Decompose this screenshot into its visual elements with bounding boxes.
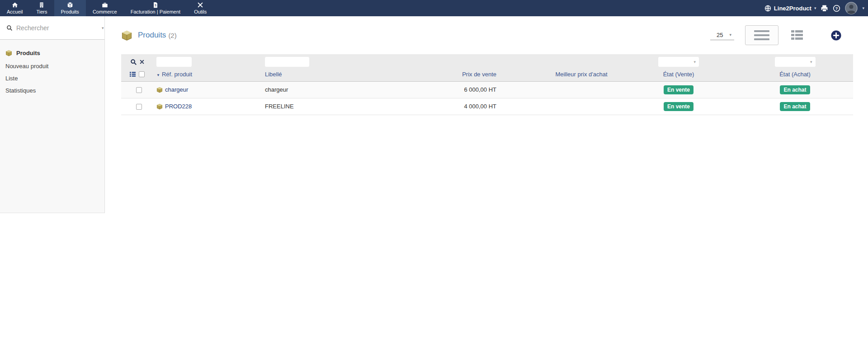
search-icon <box>6 25 13 31</box>
sidebar-section-produits: Produits <box>0 40 104 60</box>
column-header-status-buy[interactable]: État (Achat) <box>722 68 853 81</box>
sidebar: ▾ Produits Nouveau produit Liste Statist… <box>0 16 105 213</box>
product-box-icon <box>156 87 163 93</box>
cell-label: chargeur <box>265 81 410 98</box>
cell-best-buy-price <box>500 98 636 115</box>
filter-ref-input[interactable] <box>156 57 192 67</box>
filter-search-icon[interactable] <box>130 59 137 65</box>
topnav-item-tiers[interactable]: Tiers <box>29 0 54 16</box>
page-size-value: 25 <box>717 32 723 38</box>
add-product-button[interactable] <box>831 30 841 41</box>
search-input[interactable] <box>16 24 98 32</box>
topnav-item-commerce[interactable]: Commerce <box>86 0 124 16</box>
topnav-item-accueil[interactable]: Accueil <box>0 0 29 16</box>
filter-label-input[interactable] <box>265 57 309 67</box>
topnav-item-produits[interactable]: Produits <box>54 0 86 16</box>
column-header-status-sale[interactable]: État (Vente) <box>636 68 722 81</box>
title-controls: 25 ▾ <box>710 25 853 45</box>
printer-icon <box>821 5 828 12</box>
status-buy-badge: En achat <box>780 85 810 94</box>
topnav-item-facturation[interactable]: $ Facturation | Paiement <box>124 0 187 16</box>
chevron-down-icon: ▾ <box>729 33 731 37</box>
cell-best-buy-price <box>500 81 636 98</box>
topnav-item-label: Facturation | Paiement <box>131 9 180 14</box>
globe-icon <box>764 5 771 12</box>
product-box-icon <box>156 103 163 110</box>
page-size-select[interactable]: 25 ▾ <box>710 31 734 40</box>
sidebar-section-title: Produits <box>16 50 40 56</box>
sidebar-search: ▾ <box>0 16 104 40</box>
product-ref-link[interactable]: chargeur <box>165 86 188 93</box>
left-column: ▾ Produits Nouveau produit Liste Statist… <box>0 16 105 363</box>
topnav-item-outils[interactable]: Outils <box>187 0 213 16</box>
company-name: Line2Product <box>774 5 811 12</box>
topnav-item-label: Commerce <box>93 9 117 14</box>
help-button[interactable]: ? <box>833 5 840 12</box>
topnav-item-label: Tiers <box>36 9 47 14</box>
column-header-label[interactable]: Libellé <box>265 68 410 81</box>
grid-view-icon <box>791 30 803 40</box>
chevron-down-icon: ▾ <box>814 6 816 10</box>
view-list-button[interactable] <box>745 25 778 45</box>
column-header-ref[interactable]: ▼Réf. produit <box>156 68 265 81</box>
title-bar: Produits (2) 25 ▾ <box>121 25 853 45</box>
svg-text:?: ? <box>835 5 838 10</box>
filter-status-sale-select[interactable]: ▾ <box>658 57 699 67</box>
status-buy-badge: En achat <box>780 102 810 111</box>
filter-status-buy-select[interactable]: ▾ <box>775 57 816 67</box>
filter-clear-icon[interactable] <box>139 59 145 65</box>
top-menu: Accueil Tiers Produits Commerce $ Factur… <box>0 0 213 16</box>
company-menu[interactable]: Line2Product ▾ <box>764 5 816 12</box>
topnav-item-label: Produits <box>61 9 79 14</box>
cell-sell-price: 4 000,00 HT <box>410 98 500 115</box>
briefcase-icon <box>102 1 108 8</box>
list-view-icon <box>754 30 769 41</box>
topnav-item-label: Accueil <box>7 9 23 14</box>
main-content: Produits (2) 25 ▾ <box>105 16 868 363</box>
print-button[interactable] <box>821 5 828 12</box>
status-sale-badge: En vente <box>664 102 693 111</box>
sidebar-item-nouveau-produit[interactable]: Nouveau produit <box>0 60 104 72</box>
table-header-row: ▼Réf. produit Libellé Prix de vente Meil… <box>121 68 853 81</box>
page-count: (2) <box>168 32 176 39</box>
building-icon <box>38 1 45 8</box>
svg-text:$: $ <box>155 4 156 7</box>
sort-desc-icon: ▼ <box>156 73 160 77</box>
table-row: chargeur chargeur 6 000,00 HT En vente E… <box>121 81 853 98</box>
user-avatar[interactable] <box>845 2 858 14</box>
products-table: ▾ ▾ ▼Réf. produit L <box>121 54 853 115</box>
user-menu-caret[interactable]: ▾ <box>862 6 864 10</box>
column-header-sell-price[interactable]: Prix de vente <box>410 68 500 81</box>
select-all-checkbox[interactable] <box>139 71 145 77</box>
top-navbar: Accueil Tiers Produits Commerce $ Factur… <box>0 0 868 16</box>
product-box-icon <box>5 50 12 56</box>
home-icon <box>12 1 18 8</box>
page-title: Produits <box>138 31 166 40</box>
cell-label: FREELINE <box>265 98 410 115</box>
table-row: PROD228 FREELINE 4 000,00 HT En vente En… <box>121 98 853 115</box>
row-checkbox[interactable] <box>136 87 142 93</box>
table-filter-row: ▾ ▾ <box>121 54 853 68</box>
invoice-icon: $ <box>152 1 159 8</box>
sidebar-item-statistiques[interactable]: Statistiques <box>0 84 104 97</box>
help-icon: ? <box>833 5 840 12</box>
topnav-right: Line2Product ▾ ? ▾ <box>764 0 868 16</box>
row-checkbox[interactable] <box>136 104 142 110</box>
column-header-best-buy-price[interactable]: Meilleur prix d'achat <box>500 68 636 81</box>
search-caret-icon[interactable]: ▾ <box>102 26 104 30</box>
cube-icon <box>67 1 73 8</box>
columns-selector-icon[interactable] <box>129 71 136 78</box>
sidebar-item-liste[interactable]: Liste <box>0 72 104 84</box>
topnav-item-label: Outils <box>194 9 207 14</box>
cell-sell-price: 6 000,00 HT <box>410 81 500 98</box>
product-box-icon <box>121 30 138 41</box>
product-ref-link[interactable]: PROD228 <box>165 103 192 110</box>
plus-circle-icon <box>831 30 841 41</box>
tools-icon <box>197 1 203 8</box>
view-grid-button[interactable] <box>791 30 803 40</box>
status-sale-badge: En vente <box>664 85 693 94</box>
